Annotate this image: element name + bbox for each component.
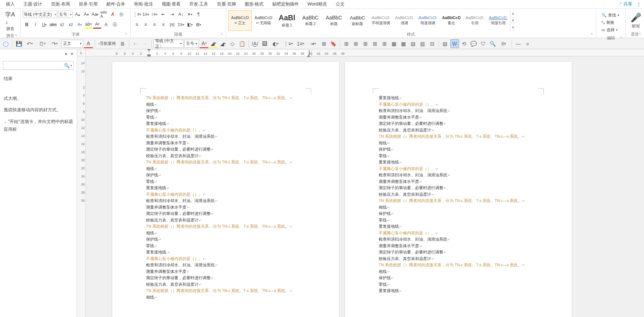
doc-answer-line[interactable]: 校验压力表、真空表和温度计↵ xyxy=(146,281,305,288)
style-intense-emphasis[interactable]: AaBbCcD.明显强调 xyxy=(416,10,440,31)
doc-answer-line[interactable]: 保护线↵ xyxy=(146,236,305,243)
style-title[interactable]: AaBbC标题 xyxy=(322,10,346,31)
tb-shape-button[interactable]: ◐▾ xyxy=(270,39,281,48)
font-color-button[interactable]: A▾ xyxy=(93,21,101,29)
tb-textbox-button[interactable]: /A̲/ xyxy=(251,39,259,48)
doc-answer-line[interactable]: 相线↵ xyxy=(379,140,538,147)
doc-question-line[interactable]: TN 系统根据（）两者间的连接关系，分为 TN-c 系统、T-s 系统、TN-c… xyxy=(146,95,305,101)
font-size-combo[interactable]: 五号▾ xyxy=(58,11,73,18)
find-button[interactable]: 🔍查找▾ xyxy=(601,12,620,18)
tb-comment-button[interactable]: 💬 xyxy=(469,39,478,48)
style-scroll-more-icon[interactable]: ▾ xyxy=(510,24,515,31)
doc-answer-line[interactable]: 检查和清扫冷却水、封油、润滑油系统↵ xyxy=(146,262,305,269)
doc-answer-line[interactable]: 测量并调整泵体水平度↵ xyxy=(379,179,538,185)
borders-button[interactable]: ⊞▾ xyxy=(194,21,203,29)
doc-answer-line[interactable]: 校验压力表、真空表和温度计↵ xyxy=(146,153,305,159)
tb-forward-button[interactable]: → xyxy=(141,39,149,48)
tb-fontcolor2-button[interactable]: A▾ xyxy=(200,39,208,48)
menu-devtools[interactable]: 开发·工具 xyxy=(185,0,212,8)
tb-grid5-button[interactable]: ⊞ xyxy=(380,39,389,48)
tb-window-button[interactable]: ⎘▾ xyxy=(498,39,510,48)
tb-line-button[interactable]: — xyxy=(514,39,523,48)
menu-review[interactable]: 审阅·批注 xyxy=(130,0,157,8)
align-right-button[interactable]: ≡ xyxy=(150,21,159,29)
tb-list-button[interactable]: ⋮≡▾ xyxy=(282,39,294,48)
increase-font-button[interactable]: A▴ xyxy=(73,10,81,18)
char-shading-button[interactable]: A xyxy=(102,21,110,29)
numbering-button[interactable]: 1≡▾ xyxy=(142,10,150,18)
tb-clipboard-button[interactable]: 📋 xyxy=(238,39,247,48)
doc-question-line[interactable]: TN 系统根据（）两者间的连接关系，分为 TN-c 系统、T-s 系统、TN-c… xyxy=(379,133,538,140)
doc-answer-line[interactable]: 测定转子的窜动量，必要时进行调整↵ xyxy=(146,210,305,217)
decrease-indent-button[interactable]: ⇤ xyxy=(159,10,167,18)
doc-answer-line[interactable]: 相线↵ xyxy=(379,204,538,211)
doc-question-line[interactable]: 不属离心泵小修内容的是（）。↵ xyxy=(146,256,305,262)
doc-answer-line[interactable]: 相线↵ xyxy=(146,294,305,301)
tb-doc-icon[interactable]: 🗎 xyxy=(118,39,127,48)
doc-answer-line[interactable]: 测量并调整泵体水平度↵ xyxy=(379,243,538,249)
style-emphasis[interactable]: AaBbCcD.强调 xyxy=(393,10,416,31)
tb-bookmark-button[interactable]: 🔖 xyxy=(329,39,338,48)
doc-answer-line[interactable]: 重复接地线↵ xyxy=(146,120,305,127)
doc-answer-line[interactable]: 校验压力表、真空表和温度计↵ xyxy=(379,191,538,198)
doc-answer-line[interactable]: 零线↵ xyxy=(146,179,305,185)
doc-answer-line[interactable]: 保护线↵ xyxy=(379,146,538,153)
align-left-button[interactable]: ≡ xyxy=(133,21,141,29)
tb-merge-button[interactable]: ▦ xyxy=(390,39,399,48)
tb-protect-button[interactable]: 🛡 xyxy=(479,39,488,48)
pinyin-button[interactable]: 字A↓ 拼音 xyxy=(2,10,18,32)
doc-answer-line[interactable]: 重复接地线↵ xyxy=(379,288,538,294)
doc-answer-line[interactable]: 检查和清扫冷却水、封油、润滑油系统↵ xyxy=(146,198,305,204)
menu-official[interactable]: 公文 xyxy=(331,0,349,8)
style-heading1[interactable]: AaBl标题 1 xyxy=(275,10,299,31)
tb-clear-button[interactable]: ◇ xyxy=(228,39,237,48)
tb-circle-icon[interactable]: ◯ xyxy=(1,39,10,48)
panel-close-icon[interactable]: ✕ xyxy=(70,51,74,57)
panel-dropdown-icon[interactable]: ▾ xyxy=(65,51,67,57)
superscript-button[interactable]: x2 xyxy=(67,21,75,29)
doc-answer-line[interactable]: 重复接地线.↵ xyxy=(146,249,305,256)
doc-answer-line[interactable]: 保护线↵ xyxy=(146,108,305,114)
doc-question-line[interactable]: 不属离心泵小修内容的是（）。↵ xyxy=(379,101,538,108)
bullets-button[interactable]: ⋮≡▾ xyxy=(133,10,141,18)
doc-answer-line[interactable]: 测量并调整泵体水平度↵ xyxy=(146,204,305,211)
align-center-button[interactable]: ≡ xyxy=(142,21,150,29)
doc-question-line[interactable]: TN 系统根据（）两者间的连接关系，分为 TN-c 系统、T-s 系统、TN-c… xyxy=(146,223,305,230)
style-normal[interactable]: AaBbCcD↵ 正文 xyxy=(228,10,252,31)
style-scroll-down-icon[interactable]: ▾ xyxy=(510,17,515,24)
doc-answer-line[interactable]: 相线↵ xyxy=(146,166,305,172)
strikethrough-button[interactable]: abc xyxy=(49,21,57,29)
doc-answer-line[interactable]: 零线↵ xyxy=(379,217,538,224)
style-quote[interactable]: AaBbCcD.引用 xyxy=(463,10,487,31)
tb-numlist-button[interactable]: 1≡▾ xyxy=(295,39,306,48)
doc-answer-line[interactable]: 测量并调整泵体水平度↵ xyxy=(146,269,305,275)
share-button[interactable]: ↗ 共享 xyxy=(615,0,635,8)
distribute-button[interactable]: |≡| xyxy=(168,21,176,29)
doc-answer-line[interactable]: 测定转子的窜动量，必要时进行调整↵ xyxy=(379,185,538,191)
doc-answer-line[interactable]: 测定转子的窜动量，必要时进行调整↵ xyxy=(379,120,538,127)
tb-split-button[interactable]: ▦ xyxy=(399,39,408,48)
phonetic-guide-button[interactable]: wénA xyxy=(100,10,108,18)
doc-answer-line[interactable]: 零线↵ xyxy=(146,114,305,121)
doc-answer-line[interactable]: 重复接地线↵ xyxy=(146,185,305,191)
doc-question-line[interactable]: TN 系统根据（）两者间的连接关系，分为 TN-c 系统、T-s 系统、TN-c… xyxy=(379,262,538,269)
tb-font-combo[interactable]: 等线 (中文正〕▾ xyxy=(153,40,183,48)
clear-format-button[interactable]: A̸ xyxy=(109,10,117,18)
tb-save-button[interactable]: 💾 xyxy=(14,39,23,48)
doc-answer-line[interactable]: 相线↵ xyxy=(379,269,538,275)
tb-more-button[interactable]: » xyxy=(523,39,532,48)
doc-answer-line[interactable]: 重复接地线↵ xyxy=(379,159,538,166)
doc-question-line[interactable]: TN 系统根据（）两者间的连接关系，分为 TN-c 系统、T-s 系统、TN-c… xyxy=(146,159,305,166)
tb-font-color-button[interactable]: A xyxy=(84,39,93,48)
doc-answer-line[interactable]: 保护线↵ xyxy=(379,210,538,217)
doc-answer-line[interactable]: 零线↵ xyxy=(379,153,538,159)
text-effects-button[interactable]: A▾ xyxy=(76,21,84,29)
menu-layout[interactable]: 页面·布局 xyxy=(47,0,74,8)
multilevel-button[interactable]: ⁝≡▾ xyxy=(150,10,159,18)
enclose-char-button[interactable]: ㊞ xyxy=(117,10,125,18)
doc-question-line[interactable]: 不属离心泵小修内容的是（）。↵ xyxy=(146,191,305,198)
style-subtitle[interactable]: AaBbC副标题 xyxy=(346,10,369,31)
style-nospacing[interactable]: AaBbCcD↵ 无间隔 xyxy=(252,10,275,31)
doc-answer-line[interactable]: 重复接地线↵ xyxy=(379,95,538,101)
style-subtle-emphasis[interactable]: AaBbCcD.不明显强调 xyxy=(369,10,393,31)
